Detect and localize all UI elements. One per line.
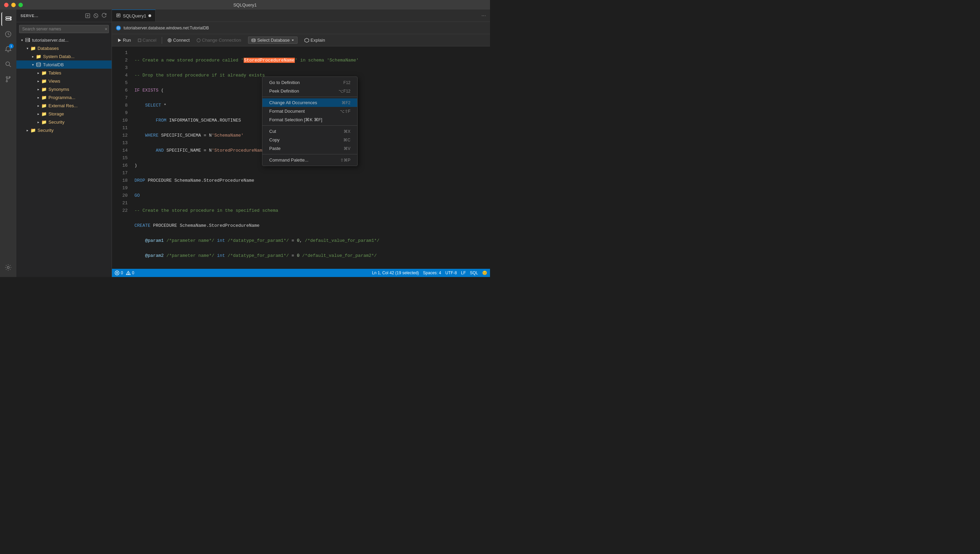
notification-badge: 1 (9, 44, 14, 48)
title-bar: SQLQuery1 (0, 0, 490, 10)
peek-definition-item[interactable]: Peek Definition ⌥F12 (262, 87, 357, 95)
more-tabs-button[interactable]: ··· (477, 13, 490, 19)
activity-settings-icon[interactable] (2, 260, 15, 274)
code-line-12: CREATE PROCEDURE SchemaName.StoredProced… (134, 222, 490, 230)
svg-marker-32 (305, 38, 309, 42)
change-connection-label: Change Connection (202, 38, 241, 43)
context-menu-separator-2 (262, 125, 357, 126)
storage-label: Storage (48, 111, 109, 117)
tree-container: ▾ tutorialserver.dat... ▾ 📁 Databases (16, 36, 111, 277)
spaces-label: Spaces: 4 (423, 270, 441, 275)
tree-server-item[interactable]: ▾ tutorialserver.dat... (16, 36, 111, 44)
folder-icon: 📁 (30, 45, 36, 51)
folder-icon: 📁 (41, 102, 47, 109)
sidebar: SERVE... (16, 10, 112, 277)
code-line-13: @param1 /*parameter name*/ int /*datatyp… (134, 237, 490, 244)
folder-icon: 📁 (35, 53, 41, 59)
tree-views-item[interactable]: ▸ 📁 Views (16, 77, 111, 85)
folder-icon: 📁 (30, 127, 36, 133)
tree-security-db-item[interactable]: ▸ 📁 Security (16, 118, 111, 126)
server-label: tutorialserver.dat... (32, 38, 109, 43)
database-selector[interactable]: Select Database (248, 37, 298, 44)
line-ending-status[interactable]: LF (461, 270, 466, 275)
svg-point-7 (6, 77, 8, 78)
activity-history-icon[interactable] (2, 27, 15, 41)
sidebar-header: SERVE... (16, 10, 111, 22)
svg-point-30 (252, 38, 255, 40)
disconnect-button[interactable] (92, 12, 99, 19)
spaces-status[interactable]: Spaces: 4 (423, 270, 441, 275)
tree-storage-item[interactable]: ▸ 📁 Storage (16, 110, 111, 118)
command-palette-item[interactable]: Command Palette... ⇧⌘P (262, 156, 357, 164)
errors-count: 0 (121, 270, 123, 275)
connect-label: Connect (173, 38, 189, 43)
language-status[interactable]: SQL (470, 270, 478, 275)
encoding-status[interactable]: UTF-8 (445, 270, 457, 275)
refresh-button[interactable] (101, 12, 108, 19)
tables-label: Tables (48, 70, 109, 75)
tree-system-db-item[interactable]: ▸ 📁 System Datab... (16, 52, 111, 61)
chevron-right-icon: ▸ (35, 103, 41, 108)
svg-point-18 (29, 38, 30, 39)
cursor-position-status[interactable]: Ln 1, Col 42 (19 selected) (372, 270, 419, 275)
format-selection-item[interactable]: Format Selection [⌘K ⌘F] (262, 115, 357, 124)
copy-item[interactable]: Copy ⌘C (262, 136, 357, 144)
change-all-occurrences-item[interactable]: Change All Occurrences ⌘F2 (262, 98, 357, 107)
code-line-14: @param2 /*parameter name*/ int /*datatyp… (134, 252, 490, 260)
sidebar-title: SERVE... (21, 14, 38, 18)
cut-item[interactable]: Cut ⌘X (262, 127, 357, 136)
search-input[interactable] (19, 25, 109, 33)
tree-security-server-item[interactable]: ▸ 📁 Security (16, 126, 111, 134)
sidebar-actions (84, 12, 108, 19)
activity-search-icon[interactable] (2, 57, 15, 71)
language-label: SQL (470, 270, 478, 275)
line-ending-label: LF (461, 270, 466, 275)
svg-point-2 (10, 17, 11, 18)
format-document-item[interactable]: Format Document ⌥⇧F (262, 107, 357, 115)
tab-icon (116, 13, 121, 19)
views-label: Views (48, 78, 109, 84)
activity-notification-icon[interactable]: 1 (2, 42, 15, 56)
tutorialdb-label: TutorialDB (43, 62, 109, 67)
svg-point-20 (37, 62, 41, 64)
run-button[interactable]: Run (115, 37, 134, 43)
errors-status[interactable]: 0 (115, 270, 123, 275)
new-query-button[interactable] (84, 12, 91, 19)
sql-query-tab[interactable]: SQLQuery1 (112, 10, 156, 22)
code-line-15: -- add more stored procedure parameters … (134, 267, 490, 269)
security-db-label: Security (48, 120, 109, 125)
tree-tutorialdb-item[interactable]: ▾ TutorialDB (16, 61, 111, 69)
svg-marker-31 (292, 40, 294, 41)
explain-button[interactable]: Explain (302, 37, 328, 43)
goto-definition-item[interactable]: Go to Definition F12 (262, 78, 357, 87)
maximize-button[interactable] (18, 3, 23, 7)
warnings-count: 0 (132, 270, 134, 275)
change-connection-button[interactable]: Change Connection (194, 37, 244, 43)
paste-item[interactable]: Paste ⌘V (262, 144, 357, 153)
server-node-icon (25, 37, 31, 43)
folder-icon: 📁 (41, 119, 47, 125)
close-button[interactable] (4, 3, 8, 7)
database-icon (35, 61, 41, 68)
minimize-button[interactable] (11, 3, 16, 7)
chevron-right-icon: ▸ (35, 94, 41, 100)
activity-git-icon[interactable] (2, 72, 15, 86)
chevron-down-icon: ▾ (19, 37, 25, 43)
activity-server-icon[interactable] (2, 12, 15, 26)
tree-tables-item[interactable]: ▸ 📁 Tables (16, 69, 111, 77)
code-line-1: -- Create a new stored procedure called … (134, 57, 490, 64)
programmability-label: Programma... (48, 95, 109, 100)
code-editor[interactable]: 12345 678910 1112131415 1617181920 2122 … (112, 46, 490, 269)
tree-external-res-item[interactable]: ▸ 📁 External Res... (16, 101, 111, 110)
tree-programmability-item[interactable]: ▸ 📁 Programma... (16, 93, 111, 101)
search-close-icon[interactable]: × (105, 26, 108, 32)
tree-synonyms-item[interactable]: ▸ 📁 Synonyms (16, 85, 111, 93)
svg-point-5 (6, 62, 10, 65)
smiley-status[interactable]: 😊 (482, 270, 487, 275)
connect-button[interactable]: Connect (165, 37, 192, 43)
svg-point-38 (128, 274, 128, 274)
warnings-status[interactable]: 0 (126, 270, 134, 275)
tab-label: SQLQuery1 (123, 13, 146, 18)
cancel-button[interactable]: Cancel (135, 37, 159, 43)
tree-databases-item[interactable]: ▾ 📁 Databases (16, 44, 111, 52)
